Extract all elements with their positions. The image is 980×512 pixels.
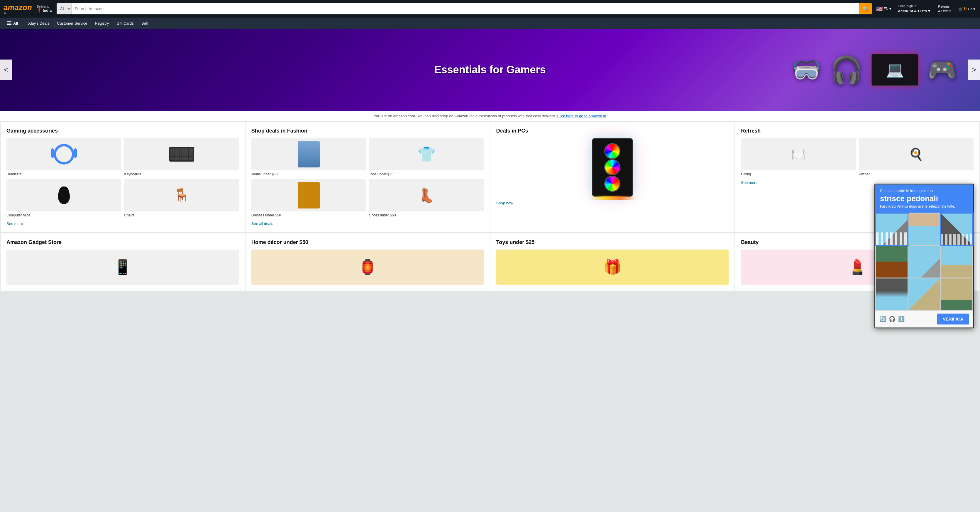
amazon-logo[interactable]: amazon ▲	[3, 3, 32, 14]
captcha-image-8[interactable]	[908, 278, 940, 291]
pcs-title: Deals in PCs	[496, 128, 729, 134]
kitchen-image: 🍳	[859, 138, 974, 170]
gaming-see-more[interactable]: See more	[6, 221, 239, 226]
dining-label: Dining	[741, 172, 751, 176]
banner-content: Essentials for Gamers	[434, 64, 546, 76]
fashion-items: Jeans under $50 👕 Tops under $25 Dresses…	[251, 138, 484, 217]
list-item[interactable]: Headsets	[6, 138, 121, 176]
captcha-image-9[interactable]	[941, 278, 972, 291]
fashion-title: Shop deals in Fashion	[251, 128, 484, 134]
list-item[interactable]: 👕 Tops under $25	[369, 138, 484, 176]
returns-label: Returns	[939, 5, 951, 9]
pc-image-area	[496, 138, 729, 197]
cart-count: 0	[964, 6, 967, 11]
captcha-image-grid	[875, 213, 973, 291]
search-input[interactable]	[72, 3, 859, 14]
bottom-product-grid: Amazon Gadget Store 📱 Home décor under $…	[0, 233, 980, 291]
toys-title: Toys under $25	[496, 239, 729, 245]
logo-tagline: ▲	[3, 11, 32, 14]
nav-customer-service[interactable]: Customer Service	[54, 19, 90, 27]
notice-link[interactable]: Click here to go to amazon.in	[557, 114, 606, 118]
list-item[interactable]: Keyboards	[124, 138, 239, 176]
refresh-items: 🍽️ Dining 🍳 Kitchen	[741, 138, 974, 176]
banner-products: 🥽 🎧 💻 🎮	[792, 35, 956, 105]
list-item[interactable]: 👢 Shoes under $50	[369, 179, 484, 217]
home-decor-card: Home décor under $50 🏮	[245, 234, 490, 291]
chair-image: 🪑	[124, 179, 239, 211]
account-greeting: Hello, sign in	[898, 4, 930, 8]
hamburger-icon	[7, 21, 11, 25]
list-item[interactable]: 🍽️ Dining	[741, 138, 856, 176]
deliver-to[interactable]: Deliver to 📍 India	[35, 3, 54, 14]
captcha-subject: strisce pedonali	[880, 194, 969, 203]
gadget-title: Amazon Gadget Store	[6, 239, 239, 245]
captcha-image-6[interactable]	[941, 246, 972, 277]
nav-bar: All Today's Deals Customer Service Regis…	[0, 17, 980, 29]
pcs-card: Deals in PCs Shop now	[490, 122, 735, 232]
captcha-header: Seleziona tutte le immagini con strisce …	[875, 184, 973, 213]
list-item[interactable]: Jeans under $50	[251, 138, 366, 176]
kitchen-label: Kitchen	[859, 172, 870, 176]
dining-image: 🍽️	[741, 138, 856, 170]
pc-tower	[592, 138, 633, 197]
fashion-card: Shop deals in Fashion Jeans under $50 👕 …	[245, 122, 490, 232]
gaming-card: Gaming accessories Headsets	[1, 122, 245, 232]
captcha-image-5[interactable]	[908, 246, 940, 277]
keyboard-label: Keyboards	[124, 172, 141, 176]
dress-label: Dresses under $50	[251, 213, 281, 217]
captcha-image-3[interactable]	[941, 213, 972, 245]
notice-bar: You are on amazon.com. You can also shop…	[0, 111, 980, 121]
product-grid: Gaming accessories Headsets	[0, 121, 980, 232]
captcha-image-7[interactable]	[876, 278, 908, 291]
gadget-image: 📱	[6, 250, 239, 285]
notice-text: You are on amazon.com. You can also shop…	[374, 114, 555, 118]
fashion-see-more[interactable]: See all deals	[251, 221, 484, 226]
search-category-select[interactable]: All	[57, 3, 72, 14]
home-decor-image: 🏮	[251, 250, 484, 285]
mouse-image	[6, 179, 121, 211]
cart[interactable]: 🛒 0 Cart	[957, 5, 977, 13]
keyboard-image	[124, 138, 239, 170]
nav-registry[interactable]: Registry	[92, 19, 112, 27]
captcha-image-2[interactable]	[908, 213, 940, 245]
mouse-label: Computer mice	[6, 213, 30, 217]
deliver-country: 📍 India	[37, 8, 52, 13]
cart-icon: 🛒	[958, 7, 963, 11]
jeans-image	[251, 138, 366, 170]
search-button[interactable]: 🔍	[859, 3, 872, 14]
tops-image: 👕	[369, 138, 484, 170]
account-label: Account & Lists ▾	[898, 8, 930, 14]
nav-todays-deals[interactable]: Today's Deals	[22, 19, 53, 27]
nav-all[interactable]: All	[3, 19, 21, 27]
pc-fan-1	[604, 143, 620, 159]
nav-gift-cards[interactable]: Gift Cards	[113, 19, 137, 27]
account-section[interactable]: Hello, sign in Account & Lists ▾	[895, 2, 933, 15]
pcs-shop-now[interactable]: Shop now	[496, 201, 729, 205]
laptop-image: 💻	[872, 54, 918, 86]
dress-image	[251, 179, 366, 211]
flag-icon: 🇺🇸	[876, 6, 883, 12]
pc-fan-3	[604, 176, 620, 192]
banner-prev-button[interactable]: <	[0, 59, 12, 80]
banner-next-button[interactable]: >	[968, 59, 980, 80]
list-item[interactable]: Dresses under $50	[251, 179, 366, 217]
nav-sell[interactable]: Sell	[138, 19, 151, 27]
header: amazon ▲ Deliver to 📍 India All 🔍 🇺🇸 EN …	[0, 0, 980, 17]
captcha-image-4[interactable]	[876, 246, 908, 277]
search-bar: All 🔍	[57, 3, 872, 14]
headset-image	[6, 138, 121, 170]
chair-label: Chairs	[124, 213, 134, 217]
language-selector[interactable]: 🇺🇸 EN ▾	[875, 5, 892, 13]
returns-section[interactable]: Returns & Orders	[936, 3, 954, 15]
captcha-overlay: Seleziona tutte le immagini con strisce …	[874, 184, 974, 291]
captcha-image-1[interactable]	[876, 213, 908, 245]
vr-headset-image: 🥽	[792, 56, 821, 84]
list-item[interactable]: 🪑 Chairs	[124, 179, 239, 217]
list-item[interactable]: 🍳 Kitchen	[859, 138, 974, 176]
chevron-down-icon: ▾	[889, 7, 891, 11]
headphones-image: 🎧	[830, 54, 863, 85]
jeans-label: Jeans under $50	[251, 172, 277, 176]
list-item[interactable]: Computer mice	[6, 179, 121, 217]
gaming-items: Headsets Keyboards Computer mice	[6, 138, 239, 217]
refresh-title: Refresh	[741, 128, 974, 134]
